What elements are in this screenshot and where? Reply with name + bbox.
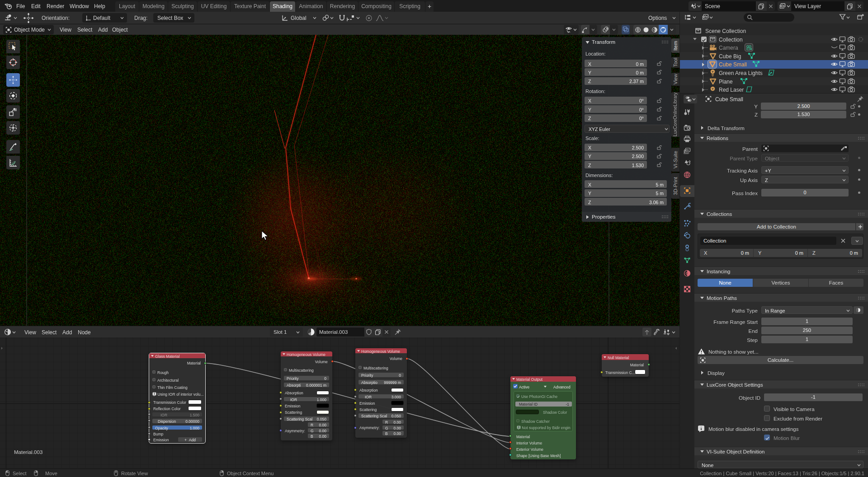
- svg-text:i: i: [154, 392, 155, 395]
- svg-text:i: i: [519, 426, 519, 429]
